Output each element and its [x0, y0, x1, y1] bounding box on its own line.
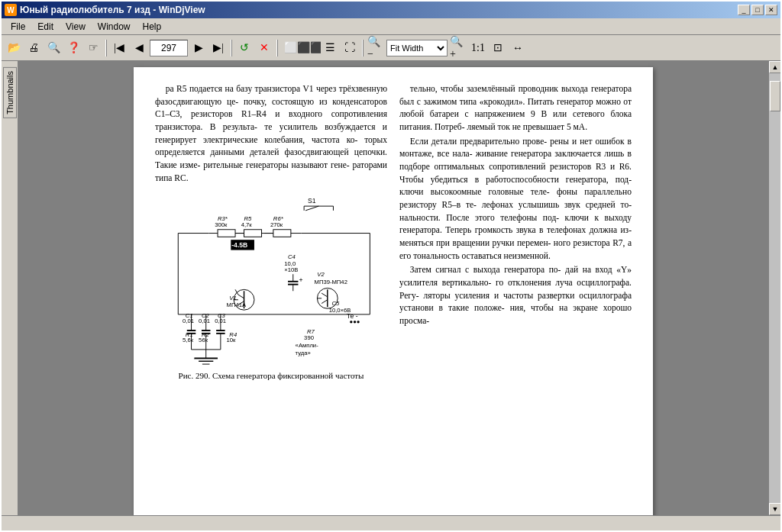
- help-button[interactable]: ❓: [64, 39, 82, 57]
- svg-text:-4.5В: -4.5В: [231, 241, 247, 249]
- minimize-button[interactable]: _: [738, 5, 750, 15]
- svg-text:●●●: ●●●: [350, 319, 360, 326]
- stop-button[interactable]: ✕: [255, 39, 273, 57]
- circuit-diagram: S1 R3* 300к R: [160, 190, 382, 366]
- close-button[interactable]: ✕: [765, 5, 777, 15]
- fullscreen-button[interactable]: ⛶: [341, 39, 359, 57]
- svg-text:V2: V2: [317, 271, 325, 278]
- zoom-in-button[interactable]: 🔍+: [449, 39, 467, 57]
- thumbnails-panel: Thumbnails: [2, 61, 18, 515]
- main-area: Thumbnails ра R5 подается на базу транзи…: [2, 61, 780, 515]
- scroll-track[interactable]: [769, 73, 780, 503]
- fit-page-button[interactable]: ⊡: [489, 39, 507, 57]
- continuous-button[interactable]: ☰: [321, 39, 339, 57]
- right-para-1: тельно, чтобы заземлённый проводник выхо…: [399, 82, 632, 134]
- svg-text:300к: 300к: [215, 221, 228, 228]
- title-bar: W Юный радиолюбитель 7 изд - WinDjView _…: [2, 2, 780, 18]
- svg-text:C5: C5: [332, 301, 341, 308]
- document-area: ра R5 подается на базу транзистора V1 че…: [18, 61, 768, 515]
- refresh-button[interactable]: ↺: [235, 39, 254, 57]
- svg-text:390: 390: [304, 335, 314, 342]
- window-controls[interactable]: _ □ ✕: [738, 5, 777, 15]
- maximize-button[interactable]: □: [751, 5, 764, 15]
- fit-width-button[interactable]: ↔: [509, 39, 527, 57]
- svg-text:5,6к: 5,6к: [183, 337, 194, 344]
- svg-text:R7: R7: [307, 328, 315, 335]
- find-button[interactable]: 🔍: [44, 39, 63, 57]
- status-bar: [2, 515, 780, 530]
- svg-text:C4: C4: [288, 253, 296, 260]
- left-para-1: ра R5 подается на базу транзистора V1 че…: [155, 82, 387, 184]
- separator-2: [231, 40, 232, 56]
- svg-text:+: +: [299, 276, 302, 284]
- scroll-up-button[interactable]: ▲: [769, 61, 780, 73]
- right-para-2: Если детали предварительно прове- рены и…: [399, 135, 632, 263]
- svg-text:МП39-МП42: МП39-МП42: [315, 279, 347, 285]
- menu-edit[interactable]: Edit: [31, 20, 60, 34]
- right-para-3: Затем сигнал с выхода генератора по- дай…: [399, 263, 632, 327]
- scrollbar: ▲ ▼: [768, 61, 780, 515]
- next-page-button[interactable]: ▶: [189, 39, 208, 57]
- scroll-down-button[interactable]: ▼: [769, 503, 780, 515]
- svg-text:10к: 10к: [227, 337, 237, 344]
- prev-page-button[interactable]: ◀: [130, 39, 148, 57]
- svg-text:×10В: ×10В: [284, 267, 298, 274]
- svg-text:Те -: Те -: [347, 312, 358, 320]
- svg-text:0,01: 0,01: [183, 318, 194, 325]
- menu-bar: File Edit View Window Help: [2, 18, 780, 35]
- thumbnails-label[interactable]: Thumbnails: [3, 67, 17, 118]
- svg-text:S1: S1: [308, 198, 316, 205]
- svg-text:56к: 56к: [199, 337, 208, 344]
- menu-window[interactable]: Window: [92, 20, 137, 34]
- left-column: ра R5 подается на базу транзистора V1 че…: [155, 82, 387, 382]
- svg-text:10,0: 10,0: [284, 260, 296, 267]
- menu-help[interactable]: Help: [137, 20, 168, 34]
- circuit-image: S1 R3* 300к R: [155, 190, 387, 382]
- page-content: ра R5 подается на базу транзистора V1 че…: [134, 67, 653, 515]
- page-number-input[interactable]: [150, 40, 188, 56]
- svg-text:V1: V1: [229, 295, 236, 301]
- zoom-out-button[interactable]: 🔍−: [367, 39, 385, 57]
- toolbar: 📂 🖨 🔍 ❓ ☞ |◀ ◀ ▶ ▶| ↺ ✕ ⬜ ⬛⬛ ☰ ⛶ 🔍− Fit …: [2, 35, 780, 61]
- svg-text:270к: 270к: [270, 221, 283, 228]
- last-page-button[interactable]: ▶|: [209, 39, 228, 57]
- print-button[interactable]: 🖨: [24, 39, 43, 57]
- actual-size-button[interactable]: 1:1: [469, 39, 487, 57]
- first-page-button[interactable]: |◀: [110, 39, 128, 57]
- separator-3: [276, 40, 278, 56]
- separator-4: [362, 40, 364, 56]
- separator-1: [105, 40, 107, 56]
- circuit-area: S1 R3* 300к R: [155, 190, 387, 382]
- app-icon: W: [5, 4, 17, 16]
- menu-view[interactable]: View: [60, 20, 92, 34]
- title-text: W Юный радиолюбитель 7 изд - WinDjView: [5, 4, 205, 16]
- pointer-button[interactable]: ☞: [84, 39, 102, 57]
- two-page-button[interactable]: ⬛⬛: [301, 39, 319, 57]
- right-column: тельно, чтобы заземлённый проводник выхо…: [399, 82, 632, 382]
- svg-text:0,01: 0,01: [199, 318, 210, 325]
- open-button[interactable]: 📂: [5, 39, 23, 57]
- main-window: W Юный радиолюбитель 7 изд - WinDjView _…: [0, 0, 782, 532]
- svg-text:туда»: туда»: [296, 350, 311, 356]
- scroll-thumb[interactable]: [770, 81, 780, 111]
- zoom-select[interactable]: Fit Width 50% 75% 100% 125% 150%: [386, 40, 448, 56]
- menu-file[interactable]: File: [5, 20, 31, 34]
- svg-text:«Ампли-: «Ампли-: [296, 342, 319, 349]
- circuit-caption: Рис. 290. Схема генератора фиксированной…: [179, 370, 364, 382]
- page-columns: ра R5 подается на базу транзистора V1 че…: [155, 82, 632, 382]
- svg-text:4,7к: 4,7к: [241, 221, 253, 228]
